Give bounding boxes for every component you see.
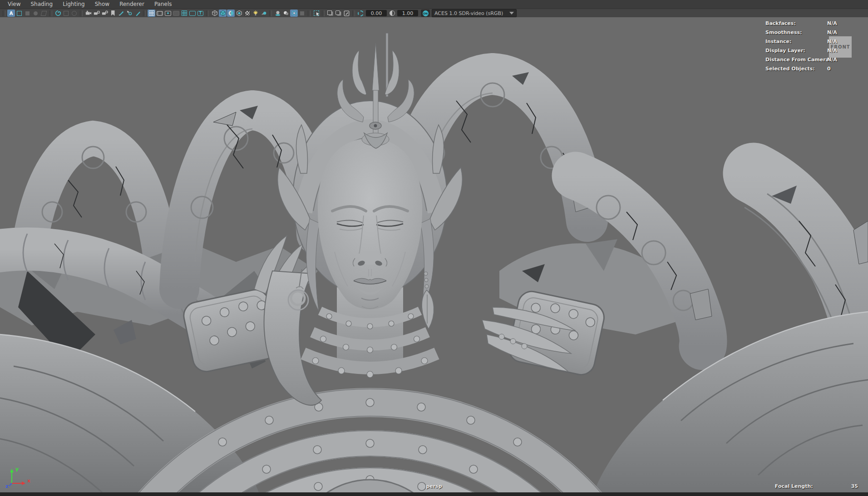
gate-mask-icon[interactable] [172,10,180,17]
viewport[interactable]: FRONT Backfaces: N/A Smoothness: N/A Ins… [0,17,868,492]
hud-label: Selected Objects: [765,66,815,72]
letter-a-toggle[interactable]: A [7,10,15,17]
default-material-icon[interactable] [235,10,243,17]
focal-length-label: Focal Length: [775,483,813,489]
menu-shading[interactable]: Shading [25,0,58,9]
depth-of-field-icon[interactable] [298,10,306,17]
exposure-field[interactable]: 0.00 [366,10,387,16]
marquee-select-icon[interactable] [15,10,23,17]
on-icon: ON [423,10,429,16]
toolbar-separator [352,10,355,16]
window-bottom-edge [0,492,868,496]
chevron-down-icon [509,12,514,15]
toolbar-separator [269,10,272,16]
menu-show[interactable]: Show [90,0,114,9]
isolate-select-icon[interactable] [312,10,320,17]
hud-label: Backfaces: [765,20,796,26]
hud-label: Smoothness: [765,29,802,35]
camera-attributes-icon[interactable] [101,10,108,17]
field-chart-icon[interactable] [180,10,188,17]
shadows-icon[interactable] [274,10,281,17]
pan-zoom-icon[interactable] [125,10,133,17]
resolution-gate-icon[interactable] [164,10,172,17]
toolbar-separator [143,10,146,16]
disabled-square-icon[interactable] [24,10,31,17]
exposure-icon[interactable] [357,10,365,17]
hud-value: N/A [827,29,837,35]
lock-camera-icon[interactable] [93,10,100,17]
disabled-circle-icon[interactable] [32,10,39,17]
wireframe-icon[interactable] [211,10,218,17]
menu-renderer[interactable]: Renderer [114,0,149,9]
menu-lighting[interactable]: Lighting [58,0,90,9]
hud-row-display-layer: Display Layer: N/A [754,47,868,56]
toolbar-grip [3,10,5,16]
hud-value: N/A [827,57,837,63]
hud-value: N/A [827,48,837,54]
heads-up-display: Backfaces: N/A Smoothness: N/A Instance:… [754,20,868,74]
focal-length-readout: Focal Length: 35 [775,483,858,489]
view-transform-value: ACES 1.0 SDR-video (sRGB) [434,10,503,16]
safe-title-icon[interactable]: T [197,10,204,17]
hud-row-smoothness: Smoothness: N/A [754,29,868,38]
panel-toolbar: A T [0,9,868,17]
axis-y-label: y [15,466,19,472]
menu-panels[interactable]: Panels [149,0,177,9]
hud-value: N/A [827,39,837,44]
xray-joints-icon[interactable] [335,10,342,17]
focal-length-value: 35 [851,483,858,489]
hud-row-selected-objects: Selected Objects: 0 [754,65,868,74]
xray-active-components-icon[interactable] [343,10,350,17]
hud-row-backfaces: Backfaces: N/A [754,20,868,29]
axis-x-label: x [27,478,30,484]
toolbar-separator [49,10,52,16]
axis-z-label: z [5,483,8,489]
menu-view[interactable]: View [3,0,25,9]
viewport-canvas[interactable] [0,17,868,492]
toolbar-separator [308,10,311,16]
hud-row-distance-from-camera: Distance From Camera: N/A [754,56,868,65]
xray-icon[interactable] [326,10,334,17]
hud-label: Display Layer: [765,48,805,54]
maya-viewport-window: View Shading Lighting Show Renderer Pane… [0,0,868,496]
grease-pencil-quill-icon[interactable] [117,10,125,17]
disabled-plane-icon[interactable] [40,10,48,17]
hud-value: 0 [827,66,831,72]
motion-blur-icon[interactable] [290,10,298,17]
grid-toggle-icon[interactable] [148,10,155,17]
film-gate-icon[interactable] [156,10,163,17]
toolbar-separator [206,10,209,16]
view-transform-dropdown[interactable]: ACES 1.0 SDR-video (sRGB) [432,9,517,17]
textured-icon[interactable] [227,10,235,17]
ao-icon[interactable] [282,10,290,17]
hud-label: Instance: [765,39,791,44]
disabled-frame-icon[interactable] [62,10,70,17]
camera-name-label: persp [426,483,442,489]
smooth-shade-icon[interactable] [219,10,227,17]
hud-value: N/A [827,20,837,26]
toolbar-separator [322,10,325,16]
color-management-toggle[interactable]: ON [421,10,430,17]
disabled-rotate-icon[interactable] [70,10,78,17]
gamma-field[interactable]: 1.00 [397,10,418,16]
select-camera-icon[interactable] [84,10,92,17]
gamma-icon[interactable] [388,10,396,17]
hud-row-instance: Instance: N/A [754,38,868,47]
axis-gnomon: y x z [5,465,35,489]
hud-label: Distance From Camera: [765,57,831,63]
all-lights-icon[interactable] [260,10,267,17]
swirl-icon[interactable] [54,10,62,17]
default-lighting-icon[interactable] [252,10,259,17]
toolbar-separator [80,10,83,16]
safe-action-icon[interactable] [188,10,196,17]
checker-material-icon[interactable] [243,10,251,17]
panel-menu-bar: View Shading Lighting Show Renderer Pane… [0,0,868,9]
bookmark-icon[interactable] [109,10,117,17]
pencil-icon[interactable] [133,10,141,17]
